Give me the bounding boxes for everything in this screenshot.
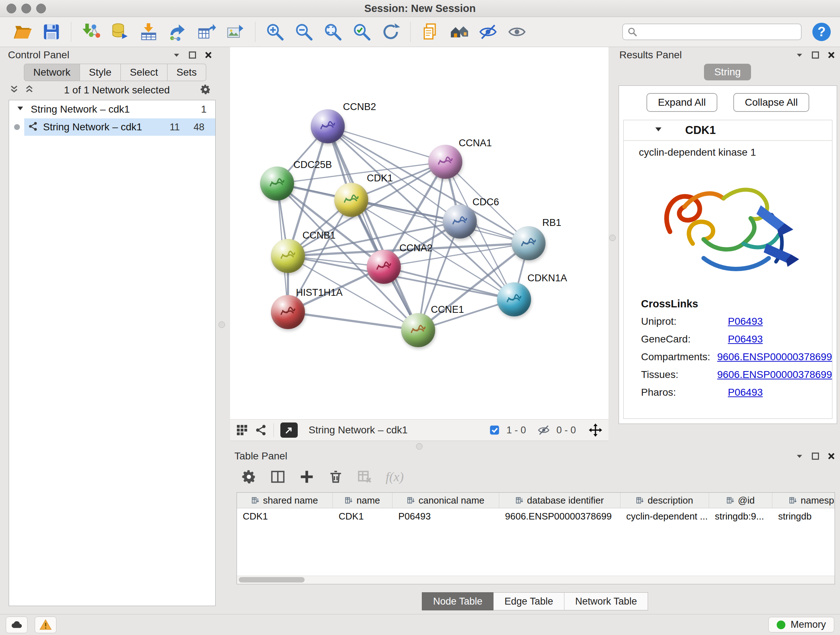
network-collection-label: String Network – cdk1 bbox=[31, 103, 194, 115]
node-HIST1H1A[interactable] bbox=[271, 295, 305, 329]
node-CCNB1[interactable] bbox=[271, 239, 305, 273]
horizontal-scrollbar-thumb[interactable] bbox=[239, 577, 305, 583]
node-CDC25B[interactable] bbox=[260, 166, 294, 201]
edge-CCNB2-CCNA1[interactable] bbox=[328, 126, 445, 162]
zoom-in-icon[interactable] bbox=[263, 20, 287, 44]
tree-expander-icon[interactable] bbox=[16, 105, 24, 114]
column-header-canonical-name[interactable]: canonical name bbox=[393, 493, 499, 508]
tab-network[interactable]: Network bbox=[24, 64, 80, 81]
expand-all-button[interactable]: Expand All bbox=[646, 93, 717, 112]
node-CCNE1[interactable] bbox=[401, 313, 435, 347]
delete-column-icon[interactable] bbox=[328, 469, 344, 485]
tab-select[interactable]: Select bbox=[121, 64, 167, 81]
import-network-file-icon[interactable] bbox=[79, 20, 103, 44]
warning-status-button[interactable] bbox=[35, 616, 57, 633]
zoom-out-icon[interactable] bbox=[292, 20, 316, 44]
protein-structure-thumb bbox=[434, 150, 456, 173]
node-CDK1[interactable] bbox=[334, 183, 368, 217]
import-network-database-icon[interactable] bbox=[108, 20, 132, 44]
crosslink-link[interactable]: P06493 bbox=[728, 333, 763, 345]
home-networks-icon[interactable] bbox=[447, 20, 471, 44]
crosslink-link[interactable]: P06493 bbox=[728, 386, 763, 398]
edge-HIST1H1A-CCNE1[interactable] bbox=[288, 312, 418, 330]
table-row[interactable]: CDK1 CDK1 P06493 9606.ENSP00000378699 cy… bbox=[237, 508, 835, 524]
status-bar: Memory bbox=[0, 614, 840, 635]
panel-float-icon[interactable] bbox=[811, 452, 820, 461]
function-builder-icon[interactable]: f(x) bbox=[386, 469, 404, 485]
birds-eye-view-icon[interactable] bbox=[236, 424, 248, 436]
node-RB1[interactable] bbox=[512, 226, 546, 260]
window-zoom-button[interactable] bbox=[36, 4, 46, 13]
network-collection-row[interactable]: String Network – cdk1 1 bbox=[9, 100, 215, 119]
zoom-selected-icon[interactable] bbox=[350, 20, 374, 44]
export-network-icon[interactable] bbox=[166, 20, 189, 44]
tab-network-table[interactable]: Network Table bbox=[564, 592, 648, 610]
open-session-icon[interactable] bbox=[11, 20, 34, 44]
tab-sets[interactable]: Sets bbox=[167, 64, 206, 81]
horizontal-splitter-handle[interactable] bbox=[416, 443, 423, 450]
search-input[interactable] bbox=[641, 26, 797, 38]
save-session-icon[interactable] bbox=[39, 20, 63, 44]
expand-all-networks-icon[interactable] bbox=[9, 85, 19, 96]
crosslink-row-pharos: Pharos: P06493 bbox=[641, 386, 832, 398]
panel-float-icon[interactable] bbox=[188, 51, 197, 59]
detach-view-icon[interactable] bbox=[280, 423, 298, 438]
column-header-database-identifier[interactable]: database identifier bbox=[499, 493, 621, 508]
help-icon[interactable]: ? bbox=[811, 21, 832, 42]
node-CDC6[interactable] bbox=[443, 204, 477, 239]
toolbar-search-field bbox=[622, 24, 802, 40]
memory-button[interactable]: Memory bbox=[768, 617, 834, 632]
hidden-eye-icon[interactable] bbox=[538, 424, 550, 436]
add-column-icon[interactable] bbox=[299, 469, 315, 485]
copy-document-icon[interactable] bbox=[418, 20, 442, 44]
column-header-name[interactable]: name bbox=[333, 493, 393, 508]
collapse-all-button[interactable]: Collapse All bbox=[733, 93, 809, 112]
right-splitter-handle[interactable] bbox=[609, 234, 616, 241]
graphics-details-eye-icon[interactable] bbox=[505, 20, 529, 44]
panel-close-icon[interactable] bbox=[827, 452, 836, 461]
crosslink-link[interactable]: 9606.ENSP00000378699 bbox=[717, 351, 832, 363]
crosslink-link[interactable]: P06493 bbox=[728, 316, 763, 327]
column-header-id[interactable]: @id bbox=[709, 493, 772, 508]
column-header-shared-name[interactable]: shared name bbox=[237, 493, 333, 508]
network-overview-icon[interactable] bbox=[255, 424, 267, 436]
show-columns-icon[interactable] bbox=[270, 469, 286, 485]
crosslink-link[interactable]: 9606.ENSP00000378699 bbox=[717, 369, 832, 380]
tab-string[interactable]: String bbox=[704, 64, 751, 80]
window-close-button[interactable] bbox=[6, 4, 16, 13]
window-minimize-button[interactable] bbox=[21, 4, 31, 13]
column-header-description[interactable]: description bbox=[621, 493, 709, 508]
panel-close-icon[interactable] bbox=[827, 51, 836, 59]
node-CCNA2[interactable] bbox=[367, 250, 401, 284]
left-splitter-handle[interactable] bbox=[218, 321, 225, 328]
selected-checkbox-icon[interactable] bbox=[489, 424, 500, 435]
panel-close-icon[interactable] bbox=[204, 51, 213, 59]
export-table-icon[interactable] bbox=[195, 20, 218, 44]
delete-table-icon[interactable] bbox=[357, 469, 373, 485]
pan-crosshair-icon[interactable] bbox=[588, 423, 603, 437]
network-options-gear-icon[interactable] bbox=[200, 84, 211, 97]
hide-unhide-icon[interactable] bbox=[476, 20, 500, 44]
node-CCNB2[interactable] bbox=[311, 109, 345, 143]
tab-style[interactable]: Style bbox=[80, 64, 121, 81]
import-table-icon[interactable] bbox=[137, 20, 161, 44]
node-CCNA1[interactable] bbox=[428, 145, 462, 179]
export-image-icon[interactable] bbox=[224, 20, 248, 44]
collapse-all-networks-icon[interactable] bbox=[25, 85, 34, 96]
panel-float-icon[interactable] bbox=[811, 51, 820, 59]
column-header-namespace[interactable]: namespace bbox=[772, 493, 835, 508]
panel-collapse-icon[interactable] bbox=[795, 51, 804, 59]
network-canvas[interactable]: CCNB2CCNA1CDC25BCDK1CDC6RB1CCNB1CCNA2CDK… bbox=[230, 47, 608, 419]
panel-collapse-icon[interactable] bbox=[172, 51, 181, 59]
cloud-status-button[interactable] bbox=[6, 616, 27, 633]
edge-CCNB2-CCNE1[interactable] bbox=[328, 126, 418, 330]
panel-collapse-icon[interactable] bbox=[795, 452, 804, 461]
zoom-fit-icon[interactable] bbox=[321, 20, 345, 44]
protein-collapse-icon[interactable] bbox=[654, 125, 663, 135]
table-settings-gear-icon[interactable] bbox=[241, 469, 257, 485]
tab-edge-table[interactable]: Edge Table bbox=[493, 592, 564, 610]
tab-node-table[interactable]: Node Table bbox=[422, 592, 493, 610]
refresh-layout-icon[interactable] bbox=[379, 20, 403, 44]
node-CDKN1A[interactable] bbox=[497, 282, 531, 317]
network-row-selected[interactable]: String Network – cdk1 11 48 bbox=[9, 119, 215, 136]
